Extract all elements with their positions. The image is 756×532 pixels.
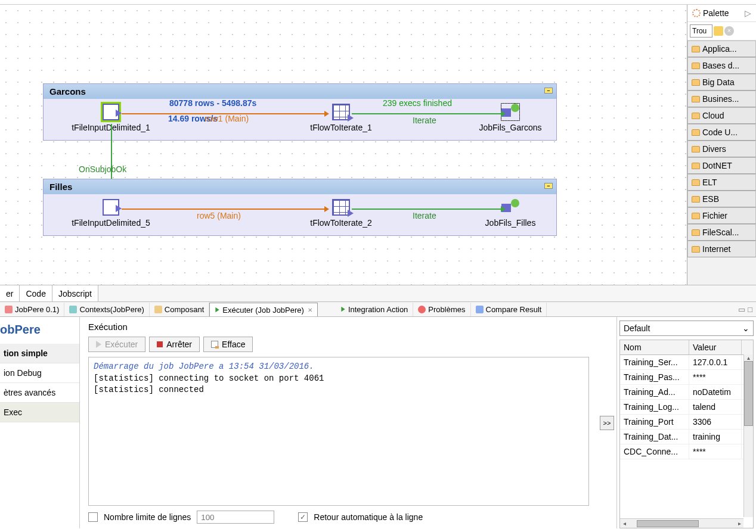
subjob-header-filles[interactable]: Filles − (44, 179, 556, 194)
tab-composant[interactable]: Composant (150, 303, 209, 316)
nav-item-exec[interactable]: Exec (0, 403, 79, 422)
design-canvas[interactable]: Garcons − tFileInputDelimited_1 tFlowToI… (0, 5, 687, 285)
subjob-title: Filles (49, 182, 72, 192)
component-jobfilsgarcons[interactable]: JobFils_Garcons (475, 104, 546, 132)
limit-checkbox[interactable] (88, 512, 98, 522)
expand-button[interactable]: >> (600, 416, 614, 430)
tab-jobpere[interactable]: JobPere 0.1) (0, 303, 64, 316)
link-row5[interactable] (122, 209, 324, 210)
file-input-icon (103, 104, 119, 120)
scrollbar-vertical[interactable]: ▴ (743, 354, 753, 517)
chevron-right-icon[interactable]: ▷ (745, 8, 751, 18)
link-iterate2[interactable] (352, 209, 501, 210)
tab-integration[interactable]: Integration Action (336, 303, 413, 316)
stats-execs: 239 execs finished (383, 98, 452, 108)
context-dropdown[interactable]: Default ⌄ (619, 321, 754, 336)
problems-icon (418, 306, 426, 313)
palette-folder[interactable]: Internet (687, 241, 756, 257)
palette-folder[interactable]: Bases d... (687, 57, 756, 74)
console-output[interactable]: Démarrage du job JobPere a 13:54 31/03/2… (88, 357, 589, 506)
folder-icon (692, 63, 700, 69)
designer-tab-code[interactable]: Code (20, 285, 52, 301)
subjob-header-garcons[interactable]: Garcons − (44, 84, 556, 99)
folder-icon (692, 113, 700, 119)
context-panel: Default ⌄ Nom Valeur Training_Ser...127.… (616, 317, 756, 528)
palette-folder[interactable]: ELT (687, 174, 756, 191)
palette-folder[interactable]: ESB (687, 191, 756, 207)
tab-contexts[interactable]: Contexts(JobPere) (64, 303, 149, 316)
palette-folder[interactable]: Fichier (687, 207, 756, 224)
limit-input[interactable] (197, 511, 274, 524)
folder-icon (692, 196, 700, 203)
designer-tabs: er Code Jobscript (0, 285, 756, 301)
link-iterate1[interactable] (352, 113, 501, 114)
scroll-right-icon[interactable]: ▸ (735, 520, 743, 527)
palette-folder[interactable]: FileScal... (687, 224, 756, 241)
close-icon[interactable]: ✕ (308, 307, 312, 313)
col-header-value[interactable]: Valeur (689, 340, 742, 354)
nav-item-debug[interactable]: ion Debug (0, 363, 79, 383)
tab-executer[interactable]: Exécuter (Job JobPere)✕ (209, 303, 318, 318)
context-row[interactable]: Training_Dat...training (620, 430, 753, 444)
folder-icon (692, 79, 700, 86)
maximize-icon[interactable]: □ (748, 305, 752, 314)
subjob-title: Garcons (49, 86, 86, 97)
palette-icon (692, 9, 701, 17)
link-label-onsubjobok: OnSubjobOk (79, 164, 126, 174)
context-row[interactable]: Training_Log...talend (620, 400, 753, 415)
palette-folder[interactable]: Code U... (687, 124, 756, 141)
contexts-icon (69, 306, 77, 313)
context-row[interactable]: Training_Ad...noDatetim (620, 385, 753, 400)
tab-problemes[interactable]: Problèmes (413, 303, 470, 316)
palette-folder[interactable]: Divers (687, 141, 756, 157)
folder-icon (692, 213, 700, 219)
context-table: Nom Valeur Training_Ser...127.0.0.1Train… (619, 340, 754, 528)
context-row[interactable]: CDC_Conne...**** (620, 444, 753, 459)
stats-rows: 80778 rows - 5498.87s (169, 98, 256, 108)
context-row[interactable]: Training_Port3306 (620, 415, 753, 430)
palette-folder[interactable]: Big Data (687, 74, 756, 91)
erase-icon (211, 341, 218, 348)
link-label-iterate: Iterate (413, 116, 436, 125)
component-tflowtoiterate2[interactable]: tFlowToIterate_2 (305, 199, 377, 228)
play-icon (216, 307, 219, 312)
arrow-icon (324, 206, 329, 212)
palette-folder[interactable]: Cloud (687, 107, 756, 124)
collapse-icon[interactable]: − (544, 88, 553, 94)
designer-tab[interactable]: er (0, 285, 20, 301)
tab-compare[interactable]: Compare Result (471, 303, 547, 316)
scroll-left-icon[interactable]: ◂ (620, 520, 628, 527)
execute-button[interactable]: Exécuter (88, 337, 145, 352)
palette-folder[interactable]: Applica... (687, 41, 756, 57)
scroll-up-icon[interactable]: ▴ (744, 354, 752, 361)
minimize-icon[interactable]: ▭ (738, 305, 745, 314)
clear-button[interactable]: Efface (203, 337, 253, 352)
col-header-name[interactable]: Nom (620, 340, 689, 354)
scrollbar-horizontal[interactable]: ◂ ▸ (620, 518, 743, 528)
nav-item-advanced[interactable]: ètres avancés (0, 383, 79, 403)
component-jobfilsfilles[interactable]: JobFils_Filles (481, 199, 540, 228)
link-label-iterate: Iterate (413, 211, 436, 220)
component-tflowtoiterate1[interactable]: tFlowToIterate_1 (305, 104, 377, 132)
collapse-icon[interactable]: − (544, 183, 553, 189)
file-input-icon (103, 199, 119, 216)
limit-label: Nombre limite de lignes (104, 512, 191, 522)
palette-folder[interactable]: Busines... (687, 91, 756, 107)
scroll-thumb[interactable] (637, 520, 699, 527)
chevron-down-icon: ⌄ (742, 323, 749, 333)
nav-item-simple[interactable]: tion simple (0, 344, 79, 363)
clear-icon[interactable]: × (724, 26, 734, 36)
wand-icon[interactable] (714, 26, 723, 36)
stop-button[interactable]: Arrêter (149, 337, 200, 352)
scroll-thumb[interactable] (744, 361, 753, 426)
component-icon (154, 306, 162, 313)
palette-folder[interactable]: DotNET (687, 157, 756, 174)
designer-tab-jobscript[interactable]: Jobscript (52, 285, 98, 301)
context-row[interactable]: Training_Pas...**** (620, 370, 753, 385)
palette-search-input[interactable] (690, 24, 712, 38)
context-row[interactable]: Training_Ser...127.0.0.1 (620, 355, 753, 370)
wrap-checkbox[interactable]: ✓ (298, 512, 308, 522)
component-tfileinputdelimited5[interactable]: tFileInputDelimited_5 (69, 199, 153, 228)
run-center: Exécution Exécuter Arrêter Efface Démarr… (80, 317, 597, 528)
run-job-title: obPere (0, 317, 79, 344)
